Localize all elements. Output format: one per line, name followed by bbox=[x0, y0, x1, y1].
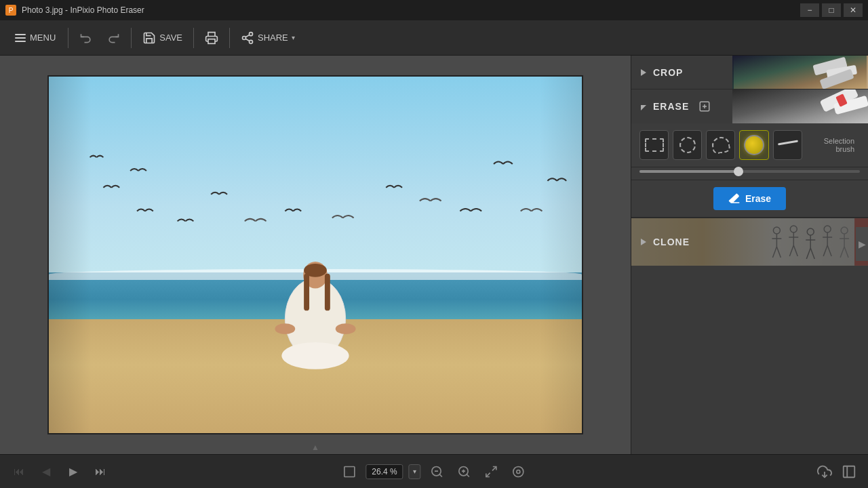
main-container: ▲ CROP bbox=[0, 56, 868, 454]
zoom-in-icon bbox=[458, 465, 471, 479]
erase-triangle-icon bbox=[641, 105, 646, 110]
crop-section[interactable]: CROP bbox=[631, 56, 868, 89]
redo-button[interactable] bbox=[101, 25, 125, 51]
expand-icon: ▶ bbox=[859, 239, 866, 249]
title-bar: P Photo 3.jpg - InPixio Photo Eraser − □… bbox=[0, 0, 868, 20]
svg-line-5 bbox=[245, 35, 250, 37]
zoom-in-button[interactable] bbox=[454, 462, 475, 481]
maximize-button[interactable]: □ bbox=[822, 3, 841, 17]
frame-icon bbox=[342, 465, 356, 479]
photo-canvas bbox=[47, 75, 583, 434]
svg-line-60 bbox=[492, 466, 496, 470]
next-end-button[interactable]: ⏭ bbox=[90, 462, 111, 481]
photo-container bbox=[47, 75, 583, 434]
status-bar: ⏮ ◀ ▶ ⏭ 26.4 % ▾ bbox=[0, 454, 868, 488]
erase-tools-row: Selection brush bbox=[631, 123, 868, 167]
rect-select-button[interactable] bbox=[639, 130, 669, 160]
close-button[interactable]: ✕ bbox=[844, 3, 863, 17]
toolbar: MENU SAVE SHARE ▾ bbox=[0, 20, 868, 56]
svg-point-3 bbox=[250, 40, 253, 43]
erase-thumb-svg bbox=[732, 89, 868, 123]
svg-rect-52 bbox=[344, 466, 355, 476]
erase-header[interactable]: ERASE bbox=[631, 89, 868, 123]
separator-3 bbox=[193, 28, 194, 48]
rect-select-icon bbox=[645, 138, 664, 152]
svg-point-1 bbox=[250, 32, 253, 35]
line-brush-icon bbox=[778, 138, 798, 152]
title-bar-left: P Photo 3.jpg - InPixio Photo Eraser bbox=[5, 5, 144, 16]
zoom-display: 26.4 % bbox=[366, 464, 403, 479]
clone-section[interactable]: CLONE bbox=[631, 218, 868, 266]
share-label: SHARE bbox=[258, 33, 288, 43]
save-button[interactable]: SAVE bbox=[137, 25, 188, 51]
svg-line-54 bbox=[440, 474, 443, 476]
save-label: SAVE bbox=[159, 33, 182, 43]
zoom-out-icon bbox=[431, 465, 444, 479]
lasso-select-button[interactable] bbox=[706, 130, 735, 160]
ocean-layer bbox=[49, 272, 582, 326]
erase-action-button[interactable]: Erase bbox=[713, 187, 786, 210]
fit-width-button[interactable] bbox=[481, 462, 502, 481]
expand-panel-button[interactable]: ▶ bbox=[856, 227, 868, 261]
hamburger-icon bbox=[15, 34, 26, 42]
svg-point-62 bbox=[513, 466, 524, 476]
svg-rect-65 bbox=[844, 466, 855, 477]
print-button[interactable] bbox=[199, 25, 224, 51]
slider-fill bbox=[639, 170, 738, 173]
brush-select-icon bbox=[744, 135, 764, 155]
erase-button-row: Erase bbox=[631, 180, 868, 218]
ellipse-select-button[interactable] bbox=[673, 130, 702, 160]
crop-thumb-image bbox=[732, 56, 868, 89]
zoom-region-button[interactable] bbox=[508, 462, 530, 481]
clone-header[interactable]: CLONE bbox=[631, 218, 868, 266]
panel-toggle-button[interactable] bbox=[838, 462, 860, 481]
zoom-container: 26.4 % ▾ bbox=[338, 462, 529, 481]
crop-thumbnail bbox=[732, 56, 868, 89]
svg-rect-0 bbox=[208, 39, 215, 43]
separator-2 bbox=[131, 28, 132, 48]
status-btn-group bbox=[814, 462, 860, 481]
export-button[interactable] bbox=[814, 462, 835, 481]
undo-button[interactable] bbox=[74, 25, 98, 51]
brush-select-button[interactable] bbox=[739, 130, 769, 160]
svg-point-63 bbox=[517, 470, 520, 473]
frame-button[interactable] bbox=[338, 462, 360, 481]
zoom-out-button[interactable] bbox=[427, 462, 448, 481]
share-dropdown-arrow: ▾ bbox=[292, 34, 295, 41]
fit-width-icon bbox=[485, 465, 498, 479]
erase-slider[interactable] bbox=[639, 170, 860, 173]
clone-triangle-icon bbox=[641, 239, 646, 245]
sky-layer bbox=[49, 77, 582, 291]
crop-triangle-icon bbox=[641, 69, 646, 76]
prev-start-button[interactable]: ⏮ bbox=[8, 462, 30, 481]
svg-line-61 bbox=[486, 472, 490, 476]
crop-label: CROP bbox=[653, 67, 683, 78]
prev-button[interactable]: ◀ bbox=[35, 462, 57, 481]
sand-layer bbox=[49, 319, 582, 433]
title-text: Photo 3.jpg - InPixio Photo Eraser bbox=[22, 5, 144, 15]
svg-point-2 bbox=[243, 36, 246, 39]
menu-label: MENU bbox=[30, 33, 56, 43]
erase-button-label: Erase bbox=[745, 193, 771, 204]
clone-label: CLONE bbox=[653, 237, 690, 247]
erase-section: ERASE bbox=[631, 89, 868, 218]
crop-header[interactable]: CROP bbox=[631, 56, 868, 89]
slider-thumb[interactable] bbox=[734, 167, 743, 176]
minimize-button[interactable]: − bbox=[800, 3, 819, 17]
separator-4 bbox=[229, 28, 230, 48]
right-panel: CROP bbox=[631, 56, 868, 454]
share-button[interactable]: SHARE ▾ bbox=[235, 25, 300, 51]
app-icon: P bbox=[5, 5, 16, 16]
bottom-indicator: ▲ bbox=[302, 441, 329, 454]
title-controls: − □ ✕ bbox=[800, 3, 863, 17]
erase-label: ERASE bbox=[653, 101, 689, 112]
eraser-icon bbox=[728, 192, 741, 205]
crop-thumb-svg bbox=[732, 56, 868, 89]
line-brush-button[interactable] bbox=[773, 130, 802, 160]
svg-line-4 bbox=[245, 39, 250, 41]
canvas-area[interactable]: ▲ bbox=[0, 56, 631, 454]
zoom-dropdown-button[interactable]: ▾ bbox=[409, 464, 421, 479]
next-button[interactable]: ▶ bbox=[62, 462, 84, 481]
erase-settings-icon bbox=[698, 100, 711, 113]
menu-button[interactable]: MENU bbox=[8, 25, 62, 51]
